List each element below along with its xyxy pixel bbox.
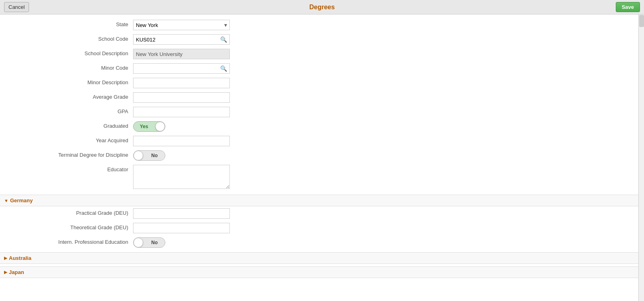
minor-description-input[interactable] xyxy=(133,78,230,88)
japan-section-header[interactable]: ▶ Japan xyxy=(0,266,644,278)
terminal-degree-toggle-knob xyxy=(133,151,143,160)
year-acquired-label: Year Acquired xyxy=(4,136,133,143)
germany-chevron-icon: ▼ xyxy=(4,198,8,203)
year-acquired-input[interactable] xyxy=(133,136,230,146)
school-code-input[interactable] xyxy=(133,35,218,44)
educator-row: Educator xyxy=(0,163,644,192)
intern-prof-toggle-label: No xyxy=(144,240,165,245)
graduated-control: Yes xyxy=(133,121,165,132)
theoretical-grade-row: Theoretical Grade (DEU) xyxy=(0,221,644,235)
intern-prof-toggle[interactable]: No xyxy=(133,237,165,248)
save-button[interactable]: Save xyxy=(616,2,640,12)
school-description-label: School Description xyxy=(4,49,133,56)
average-grade-input[interactable] xyxy=(133,92,230,103)
year-acquired-row: Year Acquired xyxy=(0,134,644,148)
educator-textarea[interactable] xyxy=(133,165,230,189)
japan-chevron-icon: ▶ xyxy=(4,270,7,275)
school-code-control: 🔍 xyxy=(133,34,230,45)
theoretical-grade-label: Theoretical Grade (DEU) xyxy=(4,223,133,230)
minor-description-row: Minor Description xyxy=(0,76,644,90)
japan-section-label: Japan xyxy=(9,269,24,275)
minor-code-input[interactable] xyxy=(133,64,218,73)
terminal-degree-toggle-label: No xyxy=(144,153,165,158)
intern-prof-toggle-knob xyxy=(133,238,143,247)
intern-prof-control: No xyxy=(133,237,165,248)
year-acquired-control xyxy=(133,136,230,146)
minor-code-control: 🔍 xyxy=(133,63,230,74)
state-input[interactable] xyxy=(133,21,222,29)
australia-section-header[interactable]: ▶ Australia xyxy=(0,252,644,264)
minor-description-control xyxy=(133,78,230,88)
state-control: ▾ xyxy=(133,20,230,30)
average-grade-label: Average Grade xyxy=(4,92,133,100)
state-label: State xyxy=(4,20,133,27)
gpa-row: GPA xyxy=(0,105,644,119)
practical-grade-input[interactable] xyxy=(133,208,230,219)
terminal-degree-row: Terminal Degree for Discipline No xyxy=(0,148,644,163)
gpa-label: GPA xyxy=(4,107,133,114)
practical-grade-label: Practical Grade (DEU) xyxy=(4,208,133,216)
school-code-input-wrapper: 🔍 xyxy=(133,34,230,45)
australia-chevron-icon: ▶ xyxy=(4,255,7,261)
gpa-input[interactable] xyxy=(133,107,230,117)
school-description-control xyxy=(133,49,230,59)
state-input-wrapper: ▾ xyxy=(133,20,230,30)
gpa-control xyxy=(133,107,230,117)
page-header: Cancel Degrees Save xyxy=(0,0,644,15)
average-grade-row: Average Grade xyxy=(0,90,644,105)
educator-control xyxy=(133,165,230,190)
school-code-label: School Code xyxy=(4,34,133,42)
minor-description-label: Minor Description xyxy=(4,78,133,85)
school-description-input xyxy=(133,49,230,59)
minor-code-search-button[interactable]: 🔍 xyxy=(218,65,229,72)
terminal-degree-label: Terminal Degree for Discipline xyxy=(4,150,133,158)
school-code-row: School Code 🔍 xyxy=(0,32,644,47)
minor-code-input-wrapper: 🔍 xyxy=(133,63,230,74)
school-description-row: School Description xyxy=(0,47,644,61)
graduated-label: Graduated xyxy=(4,121,133,129)
average-grade-control xyxy=(133,92,230,103)
minor-code-row: Minor Code 🔍 xyxy=(0,61,644,76)
practical-grade-row: Practical Grade (DEU) xyxy=(0,206,644,221)
intern-prof-label: Intern. Professional Education xyxy=(4,237,133,245)
state-row: State ▾ xyxy=(0,18,644,32)
scrollbar-track[interactable] xyxy=(638,15,644,301)
germany-section-label: Germany xyxy=(10,197,33,203)
school-code-search-button[interactable]: 🔍 xyxy=(218,36,229,43)
australia-section-label: Australia xyxy=(9,255,31,261)
terminal-degree-control: No xyxy=(133,150,165,161)
graduated-toggle-label: Yes xyxy=(133,124,154,129)
form-content: State ▾ School Code 🔍 School Description xyxy=(0,15,644,301)
practical-grade-control xyxy=(133,208,230,219)
graduated-toggle-knob xyxy=(155,122,165,131)
scrollbar-thumb[interactable] xyxy=(639,15,644,27)
intern-prof-row: Intern. Professional Education No xyxy=(0,235,644,250)
germany-section-header[interactable]: ▼ Germany xyxy=(0,195,644,206)
theoretical-grade-control xyxy=(133,223,230,233)
page-title: Degrees xyxy=(309,4,335,11)
minor-code-label: Minor Code xyxy=(4,63,133,71)
theoretical-grade-input[interactable] xyxy=(133,223,230,233)
terminal-degree-toggle[interactable]: No xyxy=(133,150,165,161)
graduated-row: Graduated Yes xyxy=(0,119,644,134)
educator-label: Educator xyxy=(4,165,133,172)
state-search-button[interactable]: ▾ xyxy=(222,22,229,28)
cancel-button[interactable]: Cancel xyxy=(4,2,29,12)
graduated-toggle[interactable]: Yes xyxy=(133,121,165,132)
